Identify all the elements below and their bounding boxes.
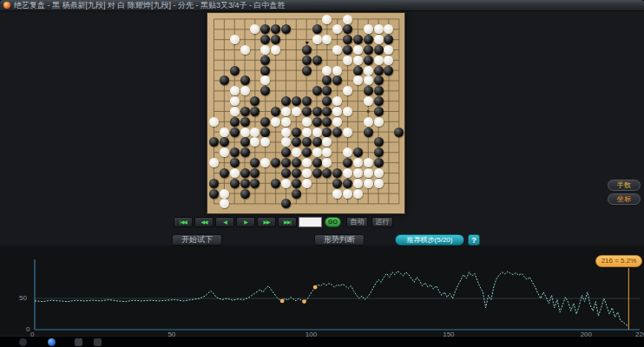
white-stone <box>230 107 240 116</box>
white-stone <box>322 66 332 75</box>
black-stone <box>312 137 322 147</box>
white-stone <box>364 179 373 188</box>
white-stone <box>353 158 363 167</box>
winrate-tooltip: 216 = 5.2% <box>595 255 642 267</box>
run-button[interactable]: 运行 <box>371 217 393 227</box>
black-stone <box>332 128 342 137</box>
black-stone <box>364 35 373 44</box>
white-stone <box>312 35 322 44</box>
white-stone <box>332 117 342 127</box>
coordinates-toggle-button[interactable]: 坐标 <box>608 193 641 205</box>
back-10-button[interactable]: ◀◀ <box>194 217 214 227</box>
suggest-moves-button[interactable]: 推荐棋步(5/20) <box>395 234 464 246</box>
taskbar-icon[interactable] <box>94 338 102 346</box>
white-stone <box>343 56 352 65</box>
white-stone <box>281 179 291 188</box>
start-orb[interactable] <box>48 338 56 346</box>
highlighted-move-dot <box>313 285 318 290</box>
move-number-toggle-button[interactable]: 手数 <box>608 180 641 191</box>
black-stone <box>374 96 384 106</box>
white-stone <box>374 168 384 178</box>
black-stone <box>260 128 270 137</box>
move-number-input[interactable] <box>299 217 322 227</box>
white-stone <box>364 117 373 127</box>
white-stone <box>281 117 291 127</box>
black-stone <box>271 107 280 116</box>
position-judge-button[interactable]: 形势判断 <box>314 234 365 246</box>
white-stone <box>353 45 363 55</box>
black-stone <box>353 66 363 75</box>
white-stone <box>332 66 342 75</box>
go-button[interactable]: GO <box>325 217 341 227</box>
black-stone <box>302 56 312 65</box>
white-stone <box>374 56 384 65</box>
black-stone <box>374 147 384 157</box>
black-stone <box>332 179 342 188</box>
taskbar-icon[interactable] <box>75 338 82 346</box>
white-stone <box>281 128 291 137</box>
jump-start-button[interactable]: |◀◀ <box>174 217 193 227</box>
white-stone <box>343 168 352 178</box>
white-stone <box>271 45 280 55</box>
help-button[interactable]: ? <box>468 234 480 246</box>
white-stone <box>374 35 384 44</box>
white-stone <box>364 66 373 75</box>
white-stone <box>343 15 352 24</box>
black-stone <box>271 179 280 188</box>
white-stone <box>343 128 352 137</box>
winrate-curve <box>0 246 644 336</box>
white-stone <box>302 117 312 127</box>
white-stone <box>343 189 352 199</box>
black-stone <box>374 86 384 95</box>
app-window: 绝艺复盘 - 黑 杨鼎新[九段] 对 白 陈耀烨[九段] - 分先 - 黑贴3又… <box>0 0 644 347</box>
black-stone <box>260 117 270 127</box>
white-stone <box>364 168 373 178</box>
black-stone <box>240 179 250 188</box>
black-stone <box>312 24 322 34</box>
white-stone <box>374 24 384 34</box>
black-stone <box>240 117 250 127</box>
black-stone <box>292 158 301 167</box>
black-stone <box>230 66 240 75</box>
white-stone <box>312 128 322 137</box>
white-stone <box>353 168 363 178</box>
jump-end-button[interactable]: ▶▶| <box>278 217 297 227</box>
current-move-marker: ▼ <box>304 40 310 46</box>
taskbar-icon[interactable] <box>19 338 27 346</box>
white-stone <box>343 107 352 116</box>
white-stone <box>250 128 260 137</box>
black-stone <box>374 158 384 167</box>
black-stone <box>220 168 229 178</box>
white-stone <box>220 189 229 199</box>
winrate-graph[interactable]: 050100150200220050 <box>0 246 644 336</box>
black-stone <box>353 35 363 44</box>
black-stone <box>374 107 384 116</box>
black-stone <box>230 128 240 137</box>
forward-10-button[interactable]: ▶▶ <box>257 217 276 227</box>
trial-play-button[interactable]: 开始试下 <box>172 234 222 246</box>
go-board[interactable]: ▼ <box>207 12 405 214</box>
black-stone <box>302 45 312 55</box>
y-tick-label: 0 <box>26 325 30 333</box>
black-stone <box>364 128 373 137</box>
taskbar[interactable] <box>0 337 644 347</box>
titlebar[interactable]: 绝艺复盘 - 黑 杨鼎新[九段] 对 白 陈耀烨[九段] - 分先 - 黑贴3又… <box>0 0 644 11</box>
black-stone <box>312 117 322 127</box>
black-stone <box>240 107 250 116</box>
white-stone <box>322 15 332 24</box>
black-stone <box>343 179 352 188</box>
black-stone <box>281 168 291 178</box>
white-stone <box>302 158 312 167</box>
black-stone <box>312 86 322 95</box>
forward-1-button[interactable]: ▶ <box>236 217 255 227</box>
white-stone <box>240 86 250 95</box>
black-stone <box>240 189 250 199</box>
black-stone <box>394 128 404 137</box>
highlighted-move-dot <box>280 298 285 303</box>
black-stone <box>364 45 373 55</box>
auto-play-button[interactable]: 自动 <box>346 217 368 227</box>
white-stone <box>302 179 312 188</box>
black-stone <box>292 179 301 188</box>
white-stone <box>374 179 384 188</box>
back-1-button[interactable]: ◀ <box>215 217 234 227</box>
